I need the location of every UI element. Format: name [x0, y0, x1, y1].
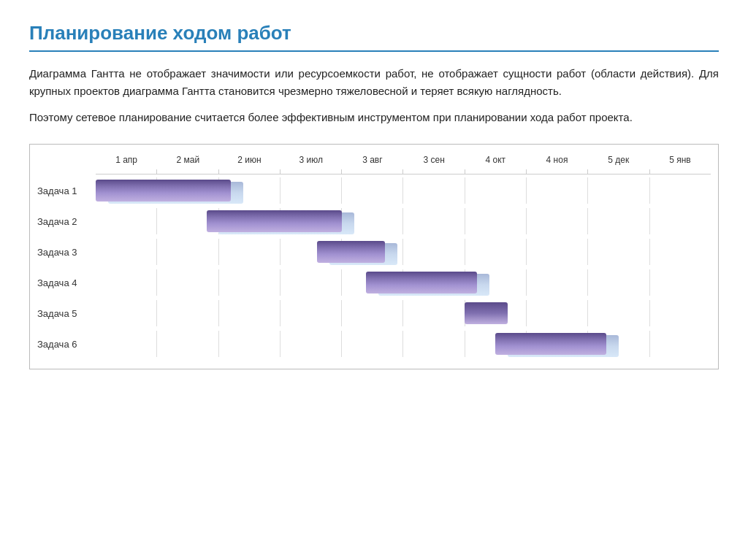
col-divider: [650, 208, 711, 234]
header-divider-cell: [465, 169, 527, 174]
col-dividers: [96, 331, 711, 357]
chart-column-header: 2 июн: [218, 155, 280, 165]
col-divider: [588, 300, 649, 326]
chart-body: Задача 1 Задача 2 Задача 3: [37, 177, 711, 361]
col-divider: [342, 177, 403, 204]
gantt-bar-dark: [465, 302, 508, 324]
row-label: Задача 6: [37, 339, 96, 350]
chart-column-header: 3 авг: [342, 155, 403, 165]
col-divider: [157, 269, 218, 296]
col-divider: [157, 239, 218, 265]
paragraph-2: Поэтому сетевое планирование считается б…: [29, 109, 719, 126]
row-track: [96, 177, 711, 204]
row-label: Задача 4: [37, 277, 96, 288]
header-divider-cell: [650, 169, 711, 174]
row-track: [96, 300, 711, 326]
row-label: Задача 3: [37, 247, 96, 258]
col-divider: [650, 269, 711, 296]
row-track: [96, 331, 711, 357]
table-row: Задача 2: [37, 208, 711, 234]
col-divider: [157, 331, 218, 357]
col-divider: [219, 300, 280, 326]
col-divider: [96, 269, 157, 296]
col-divider: [96, 331, 157, 357]
table-row: Задача 4: [37, 269, 711, 296]
row-track: [96, 269, 711, 296]
col-divider: [650, 300, 711, 326]
table-row: Задача 5: [37, 300, 711, 326]
col-divider: [588, 269, 649, 296]
col-divider: [527, 300, 588, 326]
gantt-bar-dark: [317, 241, 385, 263]
header-divider-cell: [96, 169, 157, 174]
table-row: Задача 1: [37, 177, 711, 204]
chart-column-header: 5 дек: [588, 155, 649, 165]
col-divider: [650, 239, 711, 265]
col-divider: [280, 177, 342, 204]
col-dividers: [96, 300, 711, 326]
col-divider: [403, 331, 465, 357]
col-divider: [527, 239, 588, 265]
gantt-bar-dark: [495, 333, 606, 355]
header-divider-cell: [219, 169, 280, 174]
description-block: Диаграмма Гантта не отображает значимост…: [29, 65, 719, 126]
chart-column-header: 1 апр: [96, 155, 157, 165]
col-divider: [465, 208, 527, 234]
col-divider: [403, 177, 465, 204]
col-divider: [588, 239, 649, 265]
header-divider-cell: [588, 169, 649, 174]
col-divider: [403, 300, 465, 326]
chart-column-header: 2 май: [157, 155, 218, 165]
col-divider: [403, 239, 465, 265]
col-divider: [96, 208, 157, 234]
col-divider: [280, 300, 342, 326]
chart-column-header: 3 июл: [280, 155, 342, 165]
chart-column-header: 5 янв: [649, 155, 711, 165]
col-divider: [342, 300, 403, 326]
col-divider: [219, 269, 280, 296]
gantt-bar-dark: [96, 180, 231, 202]
col-divider: [219, 239, 280, 265]
col-dividers: [96, 208, 711, 234]
chart-column-header: 4 ноя: [526, 155, 587, 165]
col-divider: [219, 331, 280, 357]
header-divider-cell: [157, 169, 218, 174]
col-divider: [280, 331, 342, 357]
col-divider: [465, 239, 527, 265]
row-label: Задача 5: [37, 308, 96, 319]
col-divider: [96, 300, 157, 326]
page-title: Планирование ходом работ: [29, 22, 719, 52]
gantt-bar-dark: [366, 272, 477, 294]
col-divider: [527, 269, 588, 296]
col-divider: [157, 300, 218, 326]
header-divider-cell: [280, 169, 342, 174]
chart-column-header: 3 сен: [403, 155, 465, 165]
row-label: Задача 1: [37, 185, 96, 196]
col-divider: [342, 331, 403, 357]
chart-header: 1 апр2 май2 июн3 июл3 авг3 сен4 окт4 ноя…: [96, 155, 711, 165]
gantt-chart: 1 апр2 май2 июн3 июл3 авг3 сен4 окт4 ноя…: [29, 144, 719, 369]
col-divider: [465, 177, 527, 204]
col-dividers: [96, 239, 711, 265]
gantt-bar-dark: [207, 210, 342, 232]
row-label: Задача 2: [37, 216, 96, 227]
col-divider: [588, 177, 649, 204]
col-divider: [527, 208, 588, 234]
chart-column-header: 4 окт: [465, 155, 526, 165]
col-divider: [650, 177, 711, 204]
header-divider: [96, 169, 711, 174]
col-divider: [650, 331, 711, 357]
col-divider: [588, 208, 649, 234]
table-row: Задача 3: [37, 239, 711, 265]
paragraph-1: Диаграмма Гантта не отображает значимост…: [29, 65, 719, 100]
col-divider: [96, 239, 157, 265]
row-track: [96, 239, 711, 265]
header-divider-cell: [403, 169, 465, 174]
header-divider-cell: [527, 169, 588, 174]
row-track: [96, 208, 711, 234]
col-divider: [527, 177, 588, 204]
table-row: Задача 6: [37, 331, 711, 357]
col-divider: [403, 208, 465, 234]
header-divider-cell: [342, 169, 403, 174]
col-divider: [280, 269, 342, 296]
